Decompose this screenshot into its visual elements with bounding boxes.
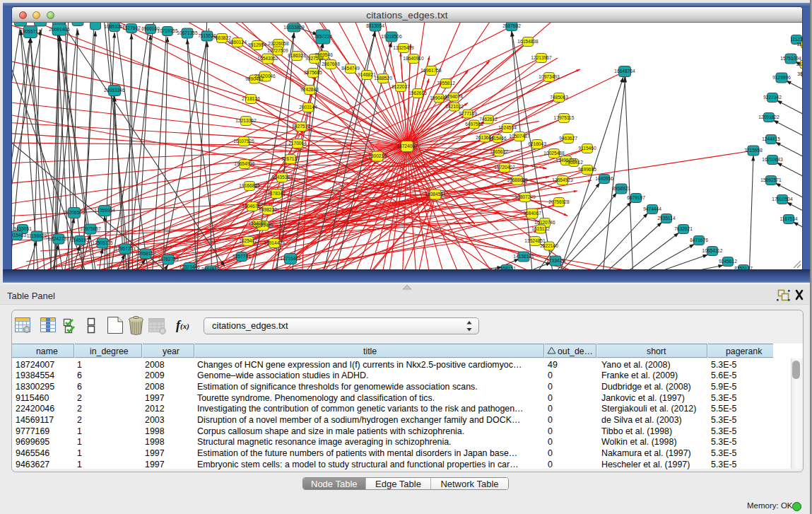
- svg-text:16120746: 16120746: [534, 220, 555, 225]
- svg-text:(x): (x): [180, 322, 189, 331]
- svg-text:7558151: 7558151: [498, 266, 516, 269]
- svg-text:17975115: 17975115: [554, 115, 575, 120]
- svg-text:3627512: 3627512: [797, 71, 802, 76]
- svg-text:29053346: 29053346: [104, 88, 125, 93]
- svg-text:12213967: 12213967: [531, 55, 552, 60]
- svg-text:8122037: 8122037: [392, 84, 410, 89]
- svg-text:16543362: 16543362: [257, 56, 278, 61]
- svg-text:11156829: 11156829: [27, 233, 47, 238]
- svg-text:20206505: 20206505: [64, 210, 85, 215]
- svg-text:16961758: 16961758: [420, 68, 442, 73]
- svg-text:8355127: 8355127: [734, 266, 753, 269]
- svg-text:9474444: 9474444: [643, 206, 661, 211]
- svg-text:10025488: 10025488: [543, 151, 565, 156]
- svg-text:9242848: 9242848: [300, 87, 319, 92]
- svg-text:1024554: 1024554: [498, 125, 517, 130]
- svg-text:15692571: 15692571: [760, 177, 782, 182]
- svg-text:1322751: 1322751: [796, 62, 802, 66]
- svg-text:8186328: 8186328: [288, 53, 306, 58]
- svg-text:13654923: 13654923: [552, 177, 573, 182]
- svg-text:1527602: 1527602: [122, 25, 141, 30]
- svg-text:12323446: 12323446: [179, 264, 200, 269]
- svg-text:1244415: 1244415: [762, 136, 780, 141]
- svg-text:2935114: 2935114: [657, 216, 676, 221]
- svg-text:3267130: 3267130: [281, 156, 300, 161]
- svg-text:7462612: 7462612: [479, 117, 498, 122]
- svg-text:19654936: 19654936: [234, 161, 255, 166]
- svg-text:16914479: 16914479: [264, 240, 285, 245]
- svg-text:9699695: 9699695: [578, 167, 596, 172]
- svg-text:6497568: 6497568: [465, 122, 483, 127]
- svg-text:7485063: 7485063: [550, 95, 568, 100]
- svg-text:19166825: 19166825: [239, 183, 260, 188]
- svg-text:1121543: 1121543: [796, 42, 802, 47]
- svg-text:18724007: 18724007: [396, 144, 418, 148]
- svg-text:17957253: 17957253: [114, 246, 136, 251]
- svg-text:16154838: 16154838: [517, 39, 539, 44]
- svg-text:10671355: 10671355: [177, 30, 198, 35]
- svg-text:10654112: 10654112: [702, 248, 723, 253]
- svg-text:9464819: 9464819: [201, 267, 220, 269]
- svg-text:3215958: 3215958: [744, 148, 763, 153]
- svg-text:9227342: 9227342: [763, 95, 782, 100]
- svg-text:13325419: 13325419: [393, 45, 414, 50]
- svg-text:7969546: 7969546: [314, 52, 333, 57]
- svg-text:8958921: 8958921: [612, 186, 630, 191]
- svg-text:16033809: 16033809: [283, 25, 305, 30]
- svg-text:8813054: 8813054: [366, 23, 384, 28]
- svg-text:8471676: 8471676: [690, 238, 708, 243]
- svg-text:18640910: 18640910: [403, 56, 424, 61]
- svg-text:10507487: 10507487: [509, 134, 530, 139]
- svg-text:2867608: 2867608: [322, 62, 340, 66]
- svg-text:1588520: 1588520: [374, 76, 392, 81]
- svg-text:15720407: 15720407: [494, 165, 515, 170]
- svg-text:8912954: 8912954: [248, 42, 266, 47]
- svg-text:19055712: 19055712: [20, 29, 41, 34]
- svg-text:16107526: 16107526: [233, 139, 254, 144]
- svg-text:6216043: 6216043: [528, 141, 546, 146]
- svg-text:2170064: 2170064: [288, 141, 307, 146]
- svg-text:1562615: 1562615: [408, 90, 427, 95]
- svg-text:12242737: 12242737: [48, 236, 69, 241]
- svg-text:19727509: 19727509: [267, 48, 288, 53]
- svg-text:9115466: 9115466: [488, 136, 507, 141]
- svg-text:17359934: 17359934: [94, 208, 115, 213]
- svg-text:2003144: 2003144: [299, 105, 317, 110]
- svg-text:9777169: 9777169: [459, 111, 477, 116]
- svg-text:1733426: 1733426: [546, 258, 565, 263]
- svg-text:20691406: 20691406: [49, 27, 70, 32]
- svg-text:1421022: 1421022: [445, 104, 464, 109]
- svg-text:10975887: 10975887: [80, 226, 101, 231]
- svg-text:10688609: 10688609: [507, 177, 528, 182]
- svg-text:13524851: 13524851: [524, 238, 546, 243]
- svg-text:1440956: 1440956: [595, 176, 613, 181]
- svg-text:10973493: 10973493: [539, 74, 560, 79]
- svg-text:1865632: 1865632: [490, 149, 508, 154]
- svg-text:12213362: 12213362: [235, 118, 257, 123]
- svg-text:2522140: 2522140: [540, 243, 558, 248]
- svg-text:8454749: 8454749: [341, 66, 360, 71]
- svg-text:9245612: 9245612: [719, 259, 737, 264]
- svg-text:1167534: 1167534: [779, 216, 798, 221]
- svg-text:12505135: 12505135: [92, 240, 113, 245]
- svg-text:19218506: 19218506: [381, 34, 402, 39]
- svg-text:7955812: 7955812: [437, 81, 455, 86]
- svg-text:2687682: 2687682: [502, 23, 521, 28]
- svg-text:9435051: 9435051: [13, 226, 32, 231]
- svg-text:8878342: 8878342: [267, 191, 286, 196]
- svg-text:10958117: 10958117: [136, 251, 156, 256]
- svg-text:1154099: 1154099: [248, 221, 266, 226]
- svg-text:9890462: 9890462: [245, 76, 264, 81]
- svg-text:9684067: 9684067: [523, 211, 541, 216]
- svg-text:7857224: 7857224: [314, 34, 332, 39]
- svg-text:16210643: 16210643: [762, 157, 783, 162]
- svg-text:7632621: 7632621: [674, 226, 693, 231]
- svg-text:9860124: 9860124: [228, 40, 247, 45]
- svg-text:6679197: 6679197: [627, 195, 645, 200]
- svg-text:11123: 11123: [790, 37, 802, 42]
- svg-text:10719155: 10719155: [157, 28, 178, 33]
- svg-text:14136141: 14136141: [513, 254, 534, 259]
- svg-text:2718126: 2718126: [242, 96, 260, 101]
- svg-text:23226058: 23226058: [268, 41, 289, 46]
- svg-text:9857791: 9857791: [233, 254, 251, 259]
